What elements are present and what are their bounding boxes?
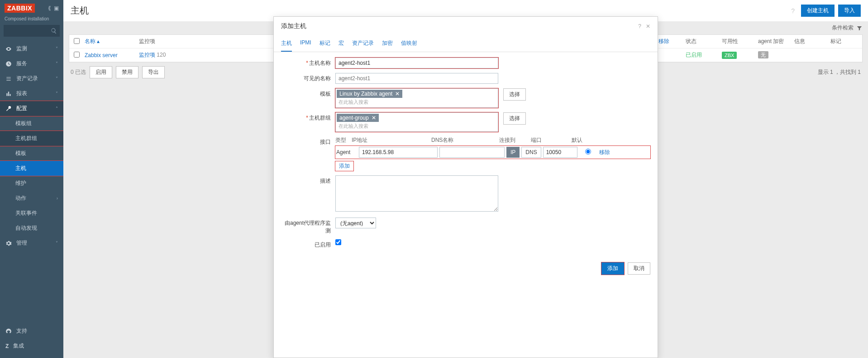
col-name[interactable]: 名称 ▴ <box>85 38 139 45</box>
template-tag: Linux by Zabbix agent✕ <box>337 90 402 98</box>
search-icon <box>51 28 57 34</box>
remove-tag-icon[interactable]: ✕ <box>372 115 376 121</box>
select-all-checkbox[interactable] <box>74 38 80 44</box>
nav-action[interactable]: 动作› <box>0 191 63 206</box>
add-host-modal: 添加主机 ? ✕ 主机 IPMI 标记 宏 资产记录 加密 值映射 *主机名称 <box>273 16 658 358</box>
nav-maintenance[interactable]: 维护 <box>0 176 63 191</box>
tab-host[interactable]: 主机 <box>281 36 292 52</box>
monitor-link[interactable]: 监控项 <box>139 52 155 58</box>
filter-icon[interactable] <box>856 25 863 31</box>
modal-help-icon[interactable]: ? <box>638 23 641 29</box>
iface-port-input[interactable] <box>543 147 577 158</box>
iface-type: Agent <box>336 149 357 155</box>
filter-label[interactable]: 条件检索 <box>832 24 854 32</box>
iface-remove-link[interactable]: 移除 <box>599 149 610 156</box>
modal-footer: 添加 取消 <box>274 257 658 280</box>
group-search[interactable]: 在此输入搜索 <box>337 122 497 131</box>
nav-support[interactable]: 支持 <box>0 324 63 339</box>
eye-icon <box>5 46 12 52</box>
tab-ipmi[interactable]: IPMI <box>300 36 311 52</box>
tab-inventory[interactable]: 资产记录 <box>352 36 374 52</box>
create-host-button[interactable]: 创建主机 <box>801 5 835 17</box>
group-field[interactable]: agent-group✕ 在此输入搜索 <box>335 112 498 132</box>
group-select-button[interactable]: 选择 <box>503 112 526 125</box>
import-button[interactable]: 导入 <box>838 5 861 17</box>
chart-icon <box>5 91 12 97</box>
nav-monitor[interactable]: 监测˅ <box>0 41 63 56</box>
description-textarea[interactable] <box>335 175 498 212</box>
nav-correlation[interactable]: 关联事件 <box>0 206 63 221</box>
sidebar: ZABBIX ⟪ ▣ Composed installation 监测˅ 服务˅… <box>0 0 63 358</box>
iface-row: Agent IP DNS 移除 <box>335 146 650 159</box>
nav: 监测˅ 服务˅ 资产记录˅ 报表˅ 配置˄ 模板组 主机群组 模板 主机 维护 … <box>0 41 63 251</box>
row-checkbox[interactable] <box>74 52 80 58</box>
disable-button[interactable]: 禁用 <box>116 66 138 78</box>
close-icon[interactable]: ✕ <box>646 23 650 29</box>
nav-report[interactable]: 报表˅ <box>0 86 63 101</box>
iface-ip-input[interactable] <box>359 147 438 158</box>
nav-discovery[interactable]: 自动发现 <box>0 221 63 236</box>
nav-service[interactable]: 服务˅ <box>0 56 63 71</box>
nav-integration[interactable]: Z 集成 <box>0 339 63 353</box>
wrench-icon <box>5 106 12 112</box>
col-monitor: 监控项 <box>139 38 193 45</box>
logo-row: ZABBIX ⟪ ▣ <box>0 0 63 16</box>
iface-header: 类型 IP地址 DNS名称 连接到 端口 默认 <box>335 136 650 144</box>
tab-encryption[interactable]: 加密 <box>382 36 393 52</box>
clock-icon <box>5 61 12 67</box>
chevron-up-icon: ˄ <box>56 106 58 111</box>
chevron-down-icon: ˅ <box>56 46 58 51</box>
tab-tags[interactable]: 标记 <box>320 36 330 52</box>
popout-icon[interactable]: ▣ <box>54 5 59 11</box>
page-title: 主机 <box>71 5 89 17</box>
nav-config[interactable]: 配置˄ <box>0 101 63 116</box>
modal-cancel-button[interactable]: 取消 <box>628 262 650 275</box>
collapse-icon[interactable]: ⟪ <box>48 5 51 11</box>
col-tag: 标记 <box>830 38 858 45</box>
iface-default-radio[interactable] <box>585 149 591 155</box>
col-enc: agent 加密 <box>758 38 794 45</box>
enabled-checkbox[interactable] <box>335 239 341 245</box>
nav-hostgroup[interactable]: 主机群组 <box>0 131 63 146</box>
support-icon <box>5 328 12 334</box>
tab-valuemap[interactable]: 值映射 <box>401 36 417 52</box>
modal-form: *主机名称 可见的名称 模板 Linux by Zabbix agent✕ 在此… <box>274 52 658 257</box>
gear-icon <box>5 240 12 247</box>
selected-count: 0 已选 <box>71 68 86 76</box>
conn-ip-button[interactable]: IP <box>506 147 520 158</box>
group-tag: agent-group✕ <box>337 114 379 122</box>
proxy-select[interactable]: (无agent) <box>335 218 376 228</box>
nav-asset[interactable]: 资产记录˅ <box>0 71 63 86</box>
conn-dns-button[interactable]: DNS <box>521 147 541 158</box>
result-summary: 显示 1 ，共找到 1 <box>818 68 861 76</box>
brand-logo: ZABBIX <box>5 4 35 13</box>
add-iface-link[interactable]: 添加 <box>335 161 353 171</box>
enc-badge: 无 <box>758 51 768 58</box>
nav-admin[interactable]: 管理˅ <box>0 236 63 251</box>
help-icon[interactable]: ? <box>791 7 795 15</box>
nav-template[interactable]: 模板 <box>0 146 63 161</box>
host-name-link[interactable]: Zabbix server <box>85 52 139 58</box>
modal-ok-button[interactable]: 添加 <box>601 262 624 275</box>
nav-host[interactable]: 主机 <box>0 161 63 176</box>
template-select-button[interactable]: 选择 <box>503 88 526 101</box>
visiblename-input[interactable] <box>335 73 498 84</box>
avail-badge: ZBX <box>722 52 737 59</box>
enable-button[interactable]: 启用 <box>90 66 112 78</box>
modal-title: 添加主机 <box>281 22 306 30</box>
template-search[interactable]: 在此输入搜索 <box>337 98 497 106</box>
tab-macros[interactable]: 宏 <box>339 36 344 52</box>
iface-dns-input[interactable] <box>439 147 505 158</box>
status-badge: 已启用 <box>686 52 702 58</box>
remove-link[interactable]: 移除 <box>658 38 686 45</box>
nav-tplgroup[interactable]: 模板组 <box>0 116 63 131</box>
main: 主机 ? 创建主机 导入 条件检索 名称 ▴ 监控项 移除 状态 可用性 age… <box>63 0 868 358</box>
sort-asc-icon: ▴ <box>97 38 100 44</box>
sidebar-search[interactable] <box>4 25 60 37</box>
hostname-input[interactable] <box>335 58 498 68</box>
export-button[interactable]: 导出 <box>142 66 165 78</box>
template-field[interactable]: Linux by Zabbix agent✕ 在此输入搜索 <box>335 88 498 108</box>
col-info: 信息 <box>794 38 830 45</box>
modal-tabs: 主机 IPMI 标记 宏 资产记录 加密 值映射 <box>274 36 658 52</box>
remove-tag-icon[interactable]: ✕ <box>395 91 400 97</box>
